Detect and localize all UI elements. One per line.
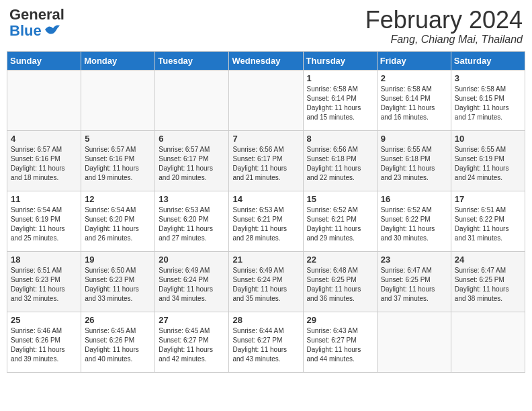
day-info: Sunrise: 6:47 AMSunset: 6:25 PMDaylight:… <box>455 266 521 304</box>
day-number: 5 <box>85 134 151 144</box>
day-number: 11 <box>11 194 77 204</box>
logo-blue-text: Blue <box>9 23 42 39</box>
day-number: 15 <box>307 194 373 204</box>
logo-bird-icon <box>44 23 61 36</box>
day-info: Sunrise: 6:57 AMSunset: 6:16 PMDaylight:… <box>11 145 77 183</box>
day-number: 10 <box>455 134 521 144</box>
day-info: Sunrise: 6:49 AMSunset: 6:24 PMDaylight:… <box>159 266 225 304</box>
calendar-cell: 24Sunrise: 6:47 AMSunset: 6:25 PMDayligh… <box>451 251 525 312</box>
calendar-cell: 7Sunrise: 6:56 AMSunset: 6:17 PMDaylight… <box>229 130 303 191</box>
calendar-week-row: 18Sunrise: 6:51 AMSunset: 6:23 PMDayligh… <box>7 251 525 312</box>
day-number: 19 <box>85 255 151 265</box>
day-number: 18 <box>11 255 77 265</box>
day-info: Sunrise: 6:47 AMSunset: 6:25 PMDaylight:… <box>381 266 447 304</box>
day-info: Sunrise: 6:49 AMSunset: 6:24 PMDaylight:… <box>232 266 299 304</box>
day-number: 22 <box>307 255 373 265</box>
calendar-cell: 25Sunrise: 6:46 AMSunset: 6:26 PMDayligh… <box>7 312 81 372</box>
day-info: Sunrise: 6:51 AMSunset: 6:22 PMDaylight:… <box>455 205 521 243</box>
day-info: Sunrise: 6:46 AMSunset: 6:26 PMDaylight:… <box>11 326 77 364</box>
day-number: 29 <box>307 315 373 325</box>
weekday-header-monday: Monday <box>81 51 155 70</box>
calendar-cell: 5Sunrise: 6:57 AMSunset: 6:16 PMDaylight… <box>81 130 155 191</box>
day-info: Sunrise: 6:51 AMSunset: 6:23 PMDaylight:… <box>11 266 77 304</box>
day-info: Sunrise: 6:52 AMSunset: 6:21 PMDaylight:… <box>307 205 373 243</box>
day-number: 7 <box>232 134 299 144</box>
day-number: 13 <box>159 194 225 204</box>
calendar-cell: 28Sunrise: 6:44 AMSunset: 6:27 PMDayligh… <box>229 312 303 372</box>
calendar-cell: 20Sunrise: 6:49 AMSunset: 6:24 PMDayligh… <box>155 251 229 312</box>
day-info: Sunrise: 6:53 AMSunset: 6:21 PMDaylight:… <box>232 205 299 243</box>
calendar-cell: 10Sunrise: 6:55 AMSunset: 6:19 PMDayligh… <box>451 130 525 191</box>
day-number: 21 <box>232 255 299 265</box>
calendar-cell: 21Sunrise: 6:49 AMSunset: 6:24 PMDayligh… <box>229 251 303 312</box>
calendar-cell: 22Sunrise: 6:48 AMSunset: 6:25 PMDayligh… <box>303 251 377 312</box>
day-number: 2 <box>381 73 447 83</box>
calendar-cell <box>155 70 229 130</box>
location-subtitle: Fang, Chiang Mai, Thailand <box>365 34 523 46</box>
calendar-cell: 14Sunrise: 6:53 AMSunset: 6:21 PMDayligh… <box>229 191 303 251</box>
day-number: 26 <box>85 315 151 325</box>
calendar-week-row: 4Sunrise: 6:57 AMSunset: 6:16 PMDaylight… <box>7 130 525 191</box>
calendar-cell: 3Sunrise: 6:58 AMSunset: 6:15 PMDaylight… <box>451 70 525 130</box>
weekday-header-saturday: Saturday <box>451 51 525 70</box>
calendar-cell <box>7 70 81 130</box>
calendar-header: SundayMondayTuesdayWednesdayThursdayFrid… <box>7 51 525 70</box>
calendar-week-row: 11Sunrise: 6:54 AMSunset: 6:19 PMDayligh… <box>7 191 525 251</box>
month-year-title: February 2024 <box>365 7 523 34</box>
weekday-row: SundayMondayTuesdayWednesdayThursdayFrid… <box>7 51 525 70</box>
day-info: Sunrise: 6:58 AMSunset: 6:14 PMDaylight:… <box>381 85 447 122</box>
page-header: General Blue February 2024 Fang, Chiang … <box>7 7 525 46</box>
day-number: 14 <box>232 194 299 204</box>
day-info: Sunrise: 6:56 AMSunset: 6:17 PMDaylight:… <box>232 145 299 183</box>
day-info: Sunrise: 6:44 AMSunset: 6:27 PMDaylight:… <box>232 326 299 364</box>
calendar-week-row: 25Sunrise: 6:46 AMSunset: 6:26 PMDayligh… <box>7 312 525 372</box>
day-info: Sunrise: 6:54 AMSunset: 6:20 PMDaylight:… <box>85 205 151 243</box>
calendar-cell: 1Sunrise: 6:58 AMSunset: 6:14 PMDaylight… <box>303 70 377 130</box>
calendar-cell: 17Sunrise: 6:51 AMSunset: 6:22 PMDayligh… <box>451 191 525 251</box>
day-info: Sunrise: 6:58 AMSunset: 6:14 PMDaylight:… <box>307 85 373 122</box>
title-block: February 2024 Fang, Chiang Mai, Thailand <box>365 7 523 46</box>
day-number: 9 <box>381 134 447 144</box>
day-info: Sunrise: 6:56 AMSunset: 6:18 PMDaylight:… <box>307 145 373 183</box>
day-info: Sunrise: 6:55 AMSunset: 6:19 PMDaylight:… <box>455 145 521 183</box>
day-number: 8 <box>307 134 373 144</box>
day-number: 27 <box>159 315 225 325</box>
calendar-week-row: 1Sunrise: 6:58 AMSunset: 6:14 PMDaylight… <box>7 70 525 130</box>
calendar-cell: 4Sunrise: 6:57 AMSunset: 6:16 PMDaylight… <box>7 130 81 191</box>
calendar-cell: 29Sunrise: 6:43 AMSunset: 6:27 PMDayligh… <box>303 312 377 372</box>
weekday-header-tuesday: Tuesday <box>155 51 229 70</box>
day-info: Sunrise: 6:50 AMSunset: 6:23 PMDaylight:… <box>85 266 151 304</box>
calendar-cell: 16Sunrise: 6:52 AMSunset: 6:22 PMDayligh… <box>377 191 451 251</box>
day-number: 3 <box>455 73 521 83</box>
calendar-cell <box>377 312 451 372</box>
calendar-cell: 2Sunrise: 6:58 AMSunset: 6:14 PMDaylight… <box>377 70 451 130</box>
day-number: 25 <box>11 315 77 325</box>
day-info: Sunrise: 6:55 AMSunset: 6:18 PMDaylight:… <box>381 145 447 183</box>
calendar-cell <box>451 312 525 372</box>
calendar-cell: 15Sunrise: 6:52 AMSunset: 6:21 PMDayligh… <box>303 191 377 251</box>
day-number: 6 <box>159 134 225 144</box>
weekday-header-friday: Friday <box>377 51 451 70</box>
calendar-cell: 19Sunrise: 6:50 AMSunset: 6:23 PMDayligh… <box>81 251 155 312</box>
calendar-cell: 8Sunrise: 6:56 AMSunset: 6:18 PMDaylight… <box>303 130 377 191</box>
calendar-body: 1Sunrise: 6:58 AMSunset: 6:14 PMDaylight… <box>7 70 525 372</box>
day-number: 28 <box>232 315 299 325</box>
calendar-cell: 6Sunrise: 6:57 AMSunset: 6:17 PMDaylight… <box>155 130 229 191</box>
day-info: Sunrise: 6:48 AMSunset: 6:25 PMDaylight:… <box>307 266 373 304</box>
day-number: 1 <box>307 73 373 83</box>
calendar-cell: 23Sunrise: 6:47 AMSunset: 6:25 PMDayligh… <box>377 251 451 312</box>
day-info: Sunrise: 6:53 AMSunset: 6:20 PMDaylight:… <box>159 205 225 243</box>
day-info: Sunrise: 6:45 AMSunset: 6:26 PMDaylight:… <box>85 326 151 364</box>
weekday-header-wednesday: Wednesday <box>229 51 303 70</box>
day-number: 24 <box>455 255 521 265</box>
calendar-cell: 26Sunrise: 6:45 AMSunset: 6:26 PMDayligh… <box>81 312 155 372</box>
day-info: Sunrise: 6:43 AMSunset: 6:27 PMDaylight:… <box>307 326 373 364</box>
day-info: Sunrise: 6:45 AMSunset: 6:27 PMDaylight:… <box>159 326 225 364</box>
logo-general-text: General <box>9 7 64 23</box>
day-number: 16 <box>381 194 447 204</box>
weekday-header-thursday: Thursday <box>303 51 377 70</box>
day-info: Sunrise: 6:52 AMSunset: 6:22 PMDaylight:… <box>381 205 447 243</box>
day-number: 23 <box>381 255 447 265</box>
calendar-table: SundayMondayTuesdayWednesdayThursdayFrid… <box>7 51 525 373</box>
day-number: 4 <box>11 134 77 144</box>
